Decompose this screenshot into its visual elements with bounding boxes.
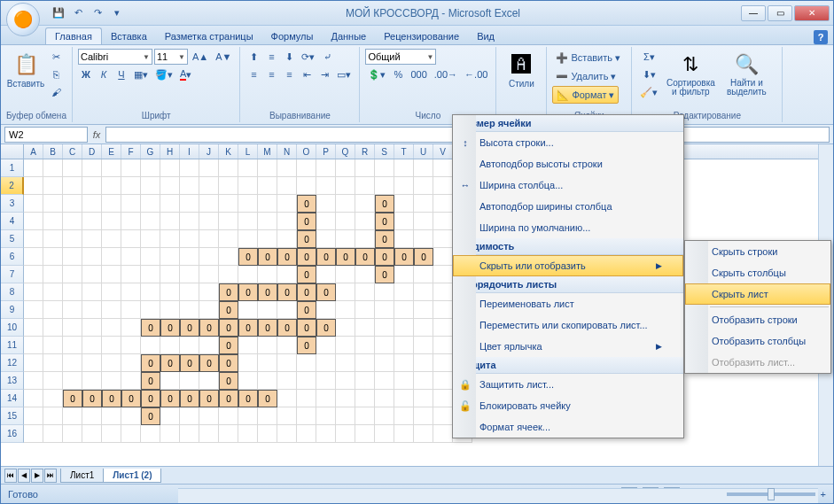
cell[interactable]: [82, 283, 102, 301]
cell[interactable]: 0: [219, 372, 238, 390]
cell[interactable]: [414, 337, 433, 354]
cell[interactable]: [355, 319, 375, 337]
cell[interactable]: 0: [238, 248, 258, 266]
cell[interactable]: [277, 337, 297, 354]
cell[interactable]: [180, 337, 199, 354]
cell[interactable]: 0: [219, 390, 238, 407]
cell[interactable]: [24, 213, 43, 230]
row-header[interactable]: 12: [1, 354, 24, 372]
row-header[interactable]: 1: [1, 159, 24, 177]
cell[interactable]: [43, 283, 63, 301]
cell[interactable]: [277, 177, 297, 195]
redo-icon[interactable]: ↷: [90, 5, 105, 21]
column-header[interactable]: M: [258, 144, 277, 159]
cell[interactable]: 0: [238, 319, 258, 337]
indent-dec-icon[interactable]: ⇤: [299, 66, 315, 82]
copy-icon[interactable]: ⎘: [48, 66, 64, 82]
column-header[interactable]: J: [199, 144, 219, 159]
cell[interactable]: [414, 266, 433, 283]
sort-filter-button[interactable]: ⇅ Сортировка и фильтр: [663, 49, 718, 98]
cell[interactable]: [43, 177, 63, 195]
column-header[interactable]: C: [63, 144, 82, 159]
cell[interactable]: [160, 266, 180, 283]
sheet-nav-first-icon[interactable]: ⏮: [4, 469, 17, 483]
cell[interactable]: [238, 230, 258, 248]
cell[interactable]: [24, 425, 43, 443]
cell[interactable]: [316, 390, 336, 407]
cell[interactable]: [180, 301, 199, 319]
cell[interactable]: [43, 425, 63, 443]
cell[interactable]: [199, 266, 219, 283]
cell[interactable]: 0: [297, 213, 316, 230]
cell[interactable]: [375, 372, 394, 390]
cell[interactable]: [258, 372, 277, 390]
cell[interactable]: [414, 159, 433, 177]
menu-item[interactable]: Отобразить столбцы: [685, 330, 830, 352]
cell[interactable]: [180, 283, 199, 301]
row-header[interactable]: 9: [1, 301, 24, 319]
cell[interactable]: [414, 213, 433, 230]
fx-icon[interactable]: fx: [88, 129, 105, 140]
undo-icon[interactable]: ↶: [70, 5, 86, 21]
cell[interactable]: [277, 213, 297, 230]
cell[interactable]: [219, 266, 238, 283]
cut-icon[interactable]: ✂: [48, 49, 64, 65]
cell[interactable]: 0: [82, 390, 102, 407]
cell[interactable]: [180, 213, 199, 230]
cell[interactable]: [180, 266, 199, 283]
cell[interactable]: 0: [141, 354, 160, 372]
cell[interactable]: [180, 230, 199, 248]
cell[interactable]: 0: [375, 266, 394, 283]
cell[interactable]: [238, 337, 258, 354]
cell[interactable]: [82, 301, 102, 319]
cell[interactable]: [102, 372, 121, 390]
align-center-icon[interactable]: ≡: [263, 66, 279, 82]
cell[interactable]: 0: [258, 248, 277, 266]
maximize-button[interactable]: ▭: [768, 5, 792, 21]
cell[interactable]: [394, 266, 414, 283]
cell[interactable]: [336, 159, 355, 177]
cell[interactable]: [414, 301, 433, 319]
cell[interactable]: [316, 301, 336, 319]
cell[interactable]: 0: [180, 319, 199, 337]
qat-more-icon[interactable]: ▾: [109, 5, 125, 21]
cell[interactable]: [297, 372, 316, 390]
cell[interactable]: [102, 301, 121, 319]
cell[interactable]: [63, 230, 82, 248]
menu-item[interactable]: Скрыть лист: [685, 283, 830, 305]
cell[interactable]: [141, 213, 160, 230]
cell[interactable]: [355, 195, 375, 213]
cell[interactable]: [414, 407, 433, 425]
cell[interactable]: [433, 372, 453, 390]
cell[interactable]: [63, 354, 82, 372]
cell[interactable]: [82, 266, 102, 283]
cell[interactable]: [336, 354, 355, 372]
cell[interactable]: [394, 319, 414, 337]
cell[interactable]: [219, 248, 238, 266]
cell[interactable]: [180, 407, 199, 425]
column-header[interactable]: K: [219, 144, 238, 159]
font-size-combo[interactable]: 11▼: [154, 49, 188, 65]
grow-font-icon[interactable]: A▲: [190, 49, 211, 65]
cell[interactable]: [121, 283, 141, 301]
cell[interactable]: [219, 159, 238, 177]
inc-decimal-icon[interactable]: .00→: [432, 66, 460, 82]
cell[interactable]: [375, 177, 394, 195]
cell[interactable]: [238, 407, 258, 425]
currency-icon[interactable]: 💲▾: [365, 66, 388, 82]
cell[interactable]: [63, 248, 82, 266]
cell[interactable]: [24, 390, 43, 407]
horizontal-scrollbar[interactable]: [178, 488, 818, 503]
cell[interactable]: [199, 283, 219, 301]
cell[interactable]: [219, 407, 238, 425]
cell[interactable]: [336, 301, 355, 319]
cell[interactable]: [375, 337, 394, 354]
cell[interactable]: [297, 177, 316, 195]
underline-icon[interactable]: Ч: [113, 66, 129, 82]
cell[interactable]: [277, 354, 297, 372]
tab-page-layout[interactable]: Разметка страницы: [156, 28, 262, 44]
cell[interactable]: 0: [277, 319, 297, 337]
cell[interactable]: [219, 177, 238, 195]
cell[interactable]: [355, 301, 375, 319]
cell[interactable]: [82, 372, 102, 390]
